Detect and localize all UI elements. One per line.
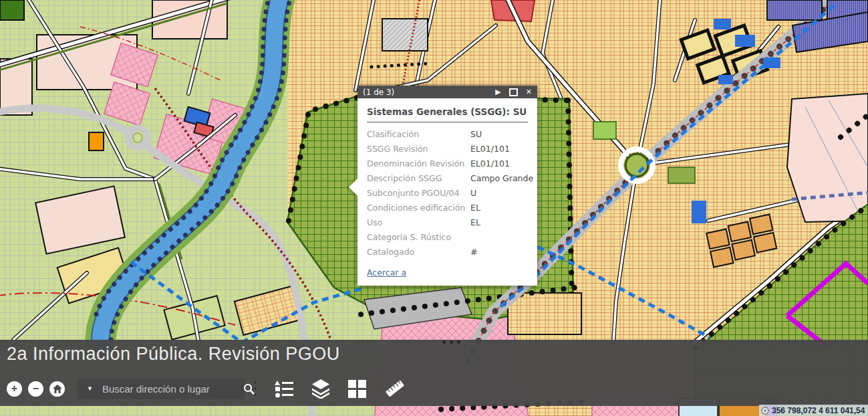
field-label: Clasificación [367,127,470,142]
orange-facility-block [89,132,104,150]
field-value: EL [470,215,528,230]
zoom-out-button[interactable]: − [28,381,43,397]
search-input[interactable] [101,383,237,395]
popup-body: Sistemas Generales (SSGG): SU Clasificac… [357,98,537,286]
more-menu-icon[interactable] [254,381,257,396]
measure-icon[interactable] [384,377,406,400]
popup-field-row: ClasificaciónSU [367,127,528,142]
field-value: EL01/101 [470,157,528,171]
popup-field-row: SSGG RevisiónEL01/101 [367,142,528,157]
feature-popup: (1 de 3) ▶ ✕ Sistemas Generales (SSGG): … [357,86,537,286]
popup-pointer [349,179,357,196]
toolbar: + − ▼ [7,373,415,404]
field-label: Denominación Revisión [367,157,470,171]
field-value [470,230,528,245]
popup-pagination: (1 de 3) [363,88,487,97]
layers-icon[interactable] [311,379,331,399]
search-dropdown-icon[interactable]: ▼ [78,385,101,392]
crosshair-icon[interactable] [761,407,769,415]
popup-field-row: Descripción SSGGCampo Grande [367,171,528,186]
field-label: Descripción SSGG [367,171,470,186]
field-value: SU [470,127,528,142]
salmon-superblock[interactable] [787,94,868,222]
popup-header: (1 de 3) ▶ ✕ [357,86,537,98]
maximize-icon[interactable] [509,88,518,96]
popup-field-row: Denominación RevisiónEL01/101 [367,157,528,171]
dark-green-corner-block[interactable] [0,0,24,20]
zoom-to-link[interactable]: Acercar a [367,268,406,278]
gray-hatched-block [382,19,428,51]
coordinate-widget[interactable]: 356 798,072 4 611 041,54 [759,405,868,416]
field-value: # [470,245,528,259]
app-window: (1 de 3) ▶ ✕ Sistemas Generales (SSGG): … [0,0,868,416]
basemap-gallery-icon[interactable] [348,380,366,398]
popup-field-row: Catalogado# [367,245,528,259]
field-label: Subconjunto PGOU/04 [367,186,470,201]
field-value: EL01/101 [470,142,528,157]
field-value: U [470,186,528,201]
coordinate-readout: 356 798,072 4 611 041,54 [772,406,865,415]
page-title: 2a Información Pública. Revisión PGOU [7,344,340,365]
field-value: EL [470,201,528,215]
popup-field-row: Condiciones edificaciónEL [367,201,528,215]
zoom-in-button[interactable]: + [7,381,22,397]
field-value: Campo Grande [470,171,533,186]
field-label: Uso [367,215,470,230]
popup-title: Sistemas Generales (SSGG): SU [367,105,528,122]
search-icon[interactable] [237,383,261,395]
next-feature-icon[interactable]: ▶ [495,86,500,98]
home-icon [53,385,62,393]
popup-field-row: Subconjunto PGOU/04U [367,186,528,201]
search-box[interactable]: ▼ [78,379,245,399]
bottom-overlay-bar: 2a Información Pública. Revisión PGOU + … [0,340,868,406]
close-icon[interactable]: ✕ [526,86,532,98]
legend-icon[interactable] [275,379,293,398]
popup-field-row: UsoEL [367,215,528,230]
field-label: Condiciones edificación [367,201,470,215]
panel-drag-handle[interactable] [442,340,460,344]
field-label: SSGG Revisión [367,142,470,157]
popup-field-row: Categoría S. Rústico [367,230,528,245]
field-label: Categoría S. Rústico [367,230,470,245]
popup-fields: ClasificaciónSUSSGG RevisiónEL01/101Deno… [367,127,528,259]
home-button[interactable] [49,381,65,397]
field-label: Catalogado [367,245,470,259]
